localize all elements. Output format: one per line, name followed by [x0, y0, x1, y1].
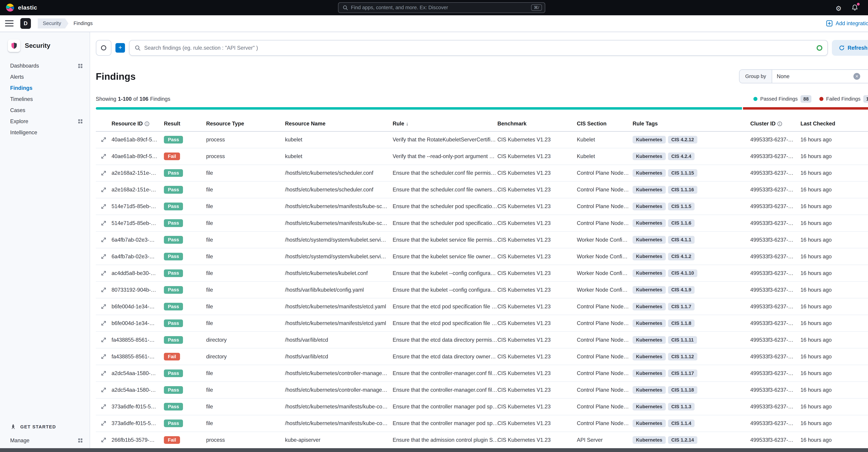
- menu-toggle-button[interactable]: [5, 20, 13, 26]
- expand-finding-button[interactable]: [99, 353, 108, 361]
- expand-finding-button[interactable]: [99, 436, 108, 444]
- cluster-id-cell: 499533f3-6237-…: [750, 220, 801, 227]
- resource-id-cell: 80733192-904b-…: [112, 287, 164, 293]
- sidebar-item-alerts[interactable]: Alerts: [0, 71, 90, 83]
- column-rule[interactable]: Rule: [393, 121, 498, 127]
- resource-name-cell: /hostfs/etc/kubernetes/kubelet.conf: [285, 270, 393, 276]
- table-row: a2dc54aa-1580-… Pass file /hostfs/etc/ku…: [96, 382, 868, 398]
- add-filter-button[interactable]: [116, 43, 125, 53]
- sidebar-item-intelligence[interactable]: Intelligence: [0, 127, 90, 138]
- deployment-badge[interactable]: D: [20, 18, 31, 29]
- gear-icon[interactable]: [836, 2, 842, 13]
- breadcrumb-security[interactable]: Security: [38, 19, 68, 29]
- column-benchmark[interactable]: Benchmark: [497, 121, 577, 127]
- column-resource-type[interactable]: Resource Type: [206, 121, 285, 127]
- table-row: 266fb1b5-3579-… Fail process kube-apiser…: [96, 432, 868, 448]
- column-rule-tags[interactable]: Rule Tags: [632, 121, 750, 127]
- global-header: elastic ⌘/: [0, 0, 868, 15]
- findings-search-input[interactable]: [144, 45, 812, 51]
- expand-finding-button[interactable]: [99, 185, 108, 194]
- sidebar-item-cases[interactable]: Cases: [0, 105, 90, 116]
- get-started-label: GET STARTED: [20, 424, 56, 429]
- expand-finding-button[interactable]: [99, 302, 108, 311]
- expand-finding-button[interactable]: [99, 386, 108, 394]
- cluster-id-cell: 499533f3-6237-…: [750, 137, 801, 143]
- cis-section-cell: Control Plane Node…: [577, 387, 632, 393]
- column-cis-section[interactable]: CIS Section: [577, 121, 632, 127]
- table-row: a2e168a2-151e-… Pass file /hostfs/etc/ku…: [96, 182, 868, 199]
- findings-page: Refresh Findings Group by None Showing 1…: [90, 32, 868, 448]
- notifications-button[interactable]: [851, 4, 859, 11]
- cis-section-cell: Control Plane Node…: [577, 220, 632, 227]
- clear-group-by-icon[interactable]: [854, 73, 860, 80]
- group-by-value[interactable]: None: [772, 70, 865, 83]
- cluster-id-cell: 499533f3-6237-…: [750, 403, 801, 410]
- result-badge: Fail: [164, 353, 180, 360]
- column-resource-name[interactable]: Resource Name: [285, 121, 393, 127]
- resource-type-cell: file: [206, 203, 285, 210]
- rule-tag-badge: Kubernetes: [632, 386, 666, 394]
- expand-finding-button[interactable]: [99, 236, 108, 244]
- sidebar-item-findings[interactable]: Findings: [0, 83, 90, 94]
- result-badge: Pass: [164, 219, 183, 227]
- last-checked-cell: 16 hours ago: [801, 203, 868, 210]
- resource-type-cell: directory: [206, 337, 285, 343]
- rule-tags-cell: KubernetesCIS 4.2.4: [632, 152, 750, 160]
- column-last-checked[interactable]: Last Checked: [801, 121, 868, 127]
- rule-tags-cell: KubernetesCIS 1.1.18: [632, 386, 750, 394]
- security-nav: Dashboards Alerts Findings Timelines Cas…: [0, 60, 90, 138]
- expand-finding-button[interactable]: [99, 285, 108, 294]
- expand-finding-button[interactable]: [99, 336, 108, 344]
- column-result[interactable]: Result: [164, 121, 206, 127]
- sidebar-item-explore[interactable]: Explore: [0, 116, 90, 127]
- sidebar-title: Security: [25, 42, 50, 49]
- cluster-id-cell: 499533f3-6237-…: [750, 437, 801, 443]
- sidebar-item-timelines[interactable]: Timelines: [0, 94, 90, 105]
- group-by-label: Group by: [740, 70, 772, 83]
- expand-finding-button[interactable]: [99, 169, 108, 177]
- query-status-icon[interactable]: [817, 45, 822, 51]
- expand-finding-button[interactable]: [99, 135, 108, 144]
- expand-finding-button[interactable]: [99, 269, 108, 277]
- sidebar-item-manage[interactable]: Manage: [10, 438, 83, 444]
- table-row: b6fe004d-1e34-… Pass file /hostfs/etc/ku…: [96, 315, 868, 332]
- group-by-select[interactable]: Group by None: [739, 69, 868, 83]
- sidebar-item-dashboards[interactable]: Dashboards: [0, 60, 90, 71]
- last-checked-cell: 16 hours ago: [801, 437, 868, 443]
- global-search-input[interactable]: [351, 5, 531, 10]
- resource-name-cell: /hostfs/etc/kubernetes/manifests/kube-sc…: [285, 203, 393, 210]
- column-resource-id[interactable]: Resource ID: [112, 121, 164, 127]
- result-badge: Pass: [164, 303, 183, 310]
- rule-cell: Verify that the --read-only-port argumen…: [393, 153, 498, 159]
- expand-finding-button[interactable]: [99, 319, 108, 327]
- get-started-button[interactable]: GET STARTED: [10, 424, 83, 430]
- resource-type-cell: process: [206, 137, 285, 143]
- info-icon: [777, 121, 782, 126]
- bottom-scrollbar[interactable]: [0, 448, 868, 452]
- cluster-id-cell: 499533f3-6237-…: [750, 370, 801, 376]
- expand-finding-button[interactable]: [99, 419, 108, 428]
- resource-name-cell: /hostfs/etc/kubernetes/scheduler.conf: [285, 170, 393, 176]
- cluster-id-cell: 499533f3-6237-…: [750, 420, 801, 426]
- expand-finding-button[interactable]: [99, 252, 108, 261]
- refresh-button[interactable]: Refresh: [832, 40, 868, 56]
- result-badge: Pass: [164, 403, 183, 411]
- expand-finding-button[interactable]: [99, 202, 108, 211]
- resource-name-cell: /hostfs/etc/kubernetes/controller-manage…: [285, 370, 393, 376]
- saved-query-menu-button[interactable]: [96, 40, 112, 56]
- expand-finding-button[interactable]: [99, 219, 108, 228]
- add-integrations-button[interactable]: Add integrations: [826, 20, 868, 27]
- failed-dot-icon: [819, 97, 824, 101]
- benchmark-cell: CIS Kubernetes V1.23: [497, 170, 577, 176]
- expand-finding-button[interactable]: [99, 152, 108, 161]
- expand-finding-button[interactable]: [99, 369, 108, 378]
- table-row: 6a4fb7ab-02e3-… Pass file /hostfs/etc/sy…: [96, 248, 868, 265]
- findings-search-bar[interactable]: [129, 40, 828, 56]
- elastic-logo-group[interactable]: elastic: [5, 3, 37, 12]
- expand-finding-button[interactable]: [99, 402, 108, 411]
- cluster-id-cell: 499533f3-6237-…: [750, 337, 801, 343]
- cis-section-cell: Kubelet: [577, 137, 632, 143]
- global-search-bar[interactable]: ⌘/: [338, 2, 545, 13]
- rule-tag-badge: CIS 1.1.7: [668, 303, 695, 310]
- column-cluster-id[interactable]: Cluster ID: [750, 121, 801, 127]
